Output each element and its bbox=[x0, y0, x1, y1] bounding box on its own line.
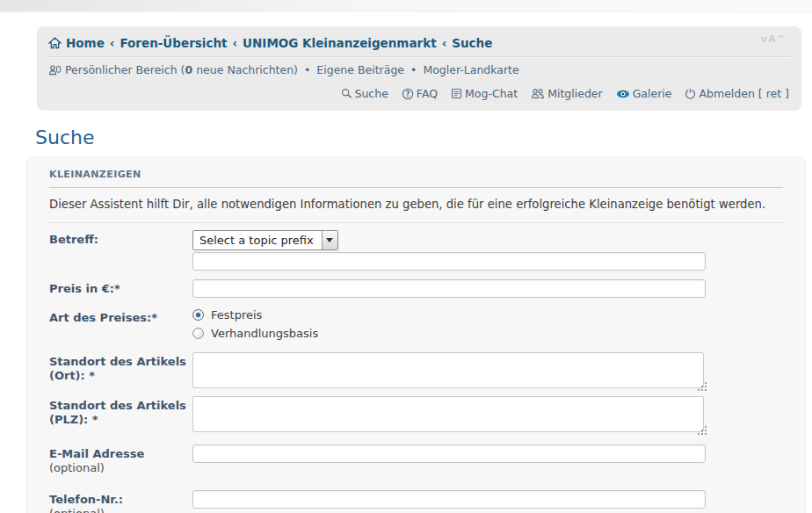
select-dropdown-button[interactable] bbox=[322, 231, 337, 249]
breadcrumb-separator: ‹ bbox=[109, 36, 116, 50]
nav-label: Galerie bbox=[633, 87, 672, 100]
field-row-art-des-preises: Art des Preises:* Festpreis Verhandlungs… bbox=[49, 308, 783, 345]
nav-members-link[interactable]: Mitglieder bbox=[531, 87, 603, 100]
telefon-label: Telefon-Nr.: (optional) bbox=[49, 490, 192, 513]
section-divider bbox=[49, 222, 783, 223]
kleinanzeigen-form-panel: KLEINANZEIGEN Dieser Assistent hilft Dir… bbox=[26, 156, 806, 513]
bullet-separator: • bbox=[301, 63, 313, 76]
personal-area-text-suffix: neue Nachrichten) bbox=[192, 63, 298, 76]
preis-label: Preis in €:* bbox=[49, 279, 192, 298]
personal-area-text: Persönlicher Bereich ( bbox=[65, 63, 185, 76]
email-input[interactable] bbox=[192, 444, 706, 463]
own-posts-link[interactable]: Eigene Beiträge bbox=[316, 63, 404, 76]
mogler-map-link[interactable]: Mogler-Landkarte bbox=[423, 63, 518, 76]
user-icon bbox=[48, 64, 62, 76]
breadcrumb-separator: ‹ bbox=[441, 36, 448, 50]
header-divider bbox=[48, 56, 789, 58]
svg-text:?: ? bbox=[405, 90, 410, 98]
breadcrumb: Home ‹ Foren-Übersicht ‹ UNIMOG Kleinanz… bbox=[48, 36, 789, 50]
standort-plz-label-line1: Standort des Artikels bbox=[49, 399, 186, 412]
telefon-label-text: Telefon-Nr.: bbox=[49, 493, 123, 506]
verhandlungsbasis-radio[interactable] bbox=[192, 328, 204, 339]
wizard-intro-text: Dieser Assistent hilft Dir, alle notwend… bbox=[49, 198, 783, 211]
members-icon bbox=[531, 88, 545, 99]
standort-ort-label-line2: (Ort): * bbox=[49, 369, 95, 382]
field-row-betreff: Betreff: Select a topic prefix bbox=[49, 230, 783, 271]
user-links-row: Persönlicher Bereich (0 neue Nachrichten… bbox=[48, 63, 789, 76]
field-row-preis: Preis in €:* bbox=[49, 279, 783, 298]
search-icon bbox=[341, 88, 352, 99]
email-label: E-Mail Adresse (optional) bbox=[49, 444, 192, 476]
field-row-email: E-Mail Adresse (optional) bbox=[49, 444, 783, 476]
eye-icon bbox=[616, 89, 630, 99]
breadcrumb-suche-link[interactable]: Suche bbox=[452, 36, 492, 50]
new-messages-count: 0 bbox=[185, 63, 193, 76]
nav-gallery-link[interactable]: Galerie bbox=[616, 87, 672, 100]
nav-label: Abmelden [ ret ] bbox=[699, 87, 789, 100]
radio-option-festpreis: Festpreis bbox=[192, 308, 783, 322]
bullet-separator: • bbox=[408, 63, 419, 76]
nav-logout-link[interactable]: Abmelden [ ret ] bbox=[685, 87, 789, 100]
standort-ort-label: Standort des Artikels (Ort): * bbox=[49, 352, 192, 388]
field-row-standort-ort: Standort des Artikels (Ort): * bbox=[49, 352, 783, 388]
breadcrumb-separator: ‹ bbox=[232, 36, 239, 50]
radio-option-verhandlungsbasis: Verhandlungsbasis bbox=[192, 327, 783, 340]
festpreis-radio-label[interactable]: Festpreis bbox=[211, 308, 262, 322]
email-optional-note: (optional) bbox=[49, 461, 192, 475]
standort-plz-label-line2: (PLZ): * bbox=[49, 413, 98, 426]
festpreis-radio[interactable] bbox=[192, 309, 204, 321]
nav-label: Mitglieder bbox=[547, 87, 603, 100]
betreff-input[interactable] bbox=[192, 252, 706, 271]
breadcrumb-home-link[interactable]: Home bbox=[66, 36, 105, 50]
telefon-input[interactable] bbox=[192, 490, 706, 509]
standort-ort-label-line1: Standort des Artikels bbox=[49, 355, 186, 368]
page-title: Suche bbox=[35, 126, 812, 148]
verhandlungsbasis-radio-label[interactable]: Verhandlungsbasis bbox=[211, 327, 318, 340]
field-row-standort-plz: Standort des Artikels (PLZ): * bbox=[49, 396, 783, 432]
field-row-telefon: Telefon-Nr.: (optional) bbox=[49, 490, 783, 513]
nav-links-row: Suche ? FAQ Mog-Chat Mitglieder Galerie bbox=[48, 87, 789, 100]
betreff-label: Betreff: bbox=[49, 230, 192, 271]
resize-grip-icon[interactable] bbox=[705, 433, 707, 435]
chevron-down-icon bbox=[326, 238, 333, 242]
topic-prefix-select[interactable]: Select a topic prefix bbox=[192, 230, 338, 250]
nav-mogchat-link[interactable]: Mog-Chat bbox=[451, 87, 518, 100]
question-icon: ? bbox=[402, 88, 414, 100]
font-size-widget[interactable]: vA^ bbox=[761, 33, 786, 45]
breadcrumb-forum-overview-link[interactable]: Foren-Übersicht bbox=[120, 36, 227, 50]
preis-input[interactable] bbox=[192, 279, 706, 298]
personal-area-link[interactable]: Persönlicher Bereich (0 neue Nachrichten… bbox=[65, 63, 298, 76]
nav-label: Mog-Chat bbox=[465, 87, 518, 100]
standort-plz-label: Standort des Artikels (PLZ): * bbox=[49, 396, 192, 432]
home-icon bbox=[48, 37, 62, 49]
panel-legend: KLEINANZEIGEN bbox=[49, 163, 783, 188]
standort-ort-textarea[interactable] bbox=[192, 352, 704, 388]
telefon-optional-note: (optional) bbox=[49, 507, 192, 513]
email-label-text: E-Mail Adresse bbox=[49, 447, 144, 460]
nav-label: Suche bbox=[355, 87, 388, 100]
nav-label: FAQ bbox=[417, 87, 438, 100]
topic-prefix-selected-value: Select a topic prefix bbox=[193, 231, 322, 249]
nav-faq-link[interactable]: ? FAQ bbox=[402, 87, 438, 100]
power-icon bbox=[685, 88, 696, 99]
resize-grip-icon[interactable] bbox=[705, 389, 707, 391]
breadcrumb-kleinanzeigenmarkt-link[interactable]: UNIMOG Kleinanzeigenmarkt bbox=[243, 36, 437, 50]
art-des-preises-label: Art des Preises:* bbox=[49, 308, 192, 345]
forum-header-panel: vA^ Home ‹ Foren-Übersicht ‹ UNIMOG Klei… bbox=[37, 26, 801, 111]
chat-icon bbox=[451, 88, 462, 99]
top-gradient-bar bbox=[0, 0, 812, 12]
standort-plz-textarea[interactable] bbox=[192, 396, 704, 432]
nav-search-link[interactable]: Suche bbox=[341, 87, 388, 100]
